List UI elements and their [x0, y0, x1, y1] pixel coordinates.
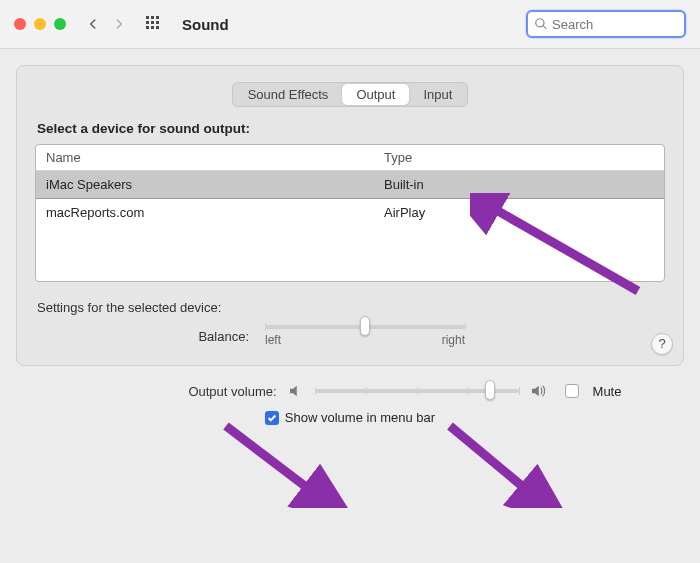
- selected-device-settings-heading: Settings for the selected device:: [37, 300, 665, 315]
- svg-rect-8: [156, 26, 159, 29]
- minimize-window-button[interactable]: [34, 18, 46, 30]
- show-all-icon[interactable]: [146, 16, 162, 32]
- svg-rect-3: [146, 21, 149, 24]
- balance-left-label: left: [265, 333, 281, 347]
- mute-label: Mute: [593, 384, 622, 399]
- svg-line-10: [226, 426, 318, 496]
- output-volume-slider[interactable]: [315, 389, 519, 393]
- search-field[interactable]: [526, 10, 686, 38]
- col-type-header: Type: [374, 145, 664, 170]
- svg-rect-7: [151, 26, 154, 29]
- tab-bar: Sound Effects Output Input: [35, 82, 665, 107]
- device-type: AirPlay: [374, 199, 664, 226]
- titlebar: Sound: [0, 0, 700, 49]
- output-volume-row: Output volume: Mute: [18, 382, 682, 400]
- output-device-heading: Select a device for sound output:: [37, 121, 665, 136]
- balance-right-label: right: [442, 333, 465, 347]
- svg-rect-4: [151, 21, 154, 24]
- close-window-button[interactable]: [14, 18, 26, 30]
- output-volume-label: Output volume:: [79, 384, 277, 399]
- svg-line-11: [450, 426, 534, 496]
- balance-row: Balance: left right: [35, 325, 665, 347]
- search-input[interactable]: [548, 16, 678, 33]
- balance-slider[interactable]: [265, 325, 465, 329]
- back-button[interactable]: [86, 17, 100, 31]
- tab-input[interactable]: Input: [409, 84, 466, 105]
- balance-label: Balance:: [43, 329, 253, 344]
- sound-panel: Sound Effects Output Input Select a devi…: [16, 65, 684, 366]
- zoom-window-button[interactable]: [54, 18, 66, 30]
- speaker-low-icon: [287, 382, 305, 400]
- forward-button[interactable]: [112, 17, 126, 31]
- svg-rect-1: [151, 16, 154, 19]
- window-controls: [14, 18, 66, 30]
- show-volume-menubar-checkbox[interactable]: [265, 411, 279, 425]
- table-row[interactable]: iMac Speakers Built-in: [36, 171, 664, 199]
- show-volume-menubar-label: Show volume in menu bar: [285, 410, 435, 425]
- search-icon: [534, 17, 548, 31]
- svg-rect-2: [156, 16, 159, 19]
- show-volume-menubar-row: Show volume in menu bar: [18, 410, 682, 425]
- nav-arrows: [86, 17, 126, 31]
- footer: Output volume: Mute Show volume in menu …: [0, 378, 700, 435]
- device-type: Built-in: [374, 171, 664, 198]
- help-button[interactable]: ?: [651, 333, 673, 355]
- output-device-table: Name Type iMac Speakers Built-in macRepo…: [35, 144, 665, 282]
- device-name: macReports.com: [36, 199, 374, 226]
- page-title: Sound: [182, 16, 229, 33]
- mute-checkbox[interactable]: [565, 384, 579, 398]
- device-name: iMac Speakers: [36, 171, 374, 198]
- svg-rect-5: [156, 21, 159, 24]
- col-name-header: Name: [36, 145, 374, 170]
- tab-output[interactable]: Output: [342, 84, 409, 105]
- table-header: Name Type: [36, 145, 664, 171]
- svg-rect-0: [146, 16, 149, 19]
- table-row[interactable]: macReports.com AirPlay: [36, 199, 664, 226]
- speaker-high-icon: [529, 382, 547, 400]
- svg-rect-6: [146, 26, 149, 29]
- tab-sound-effects[interactable]: Sound Effects: [234, 84, 343, 105]
